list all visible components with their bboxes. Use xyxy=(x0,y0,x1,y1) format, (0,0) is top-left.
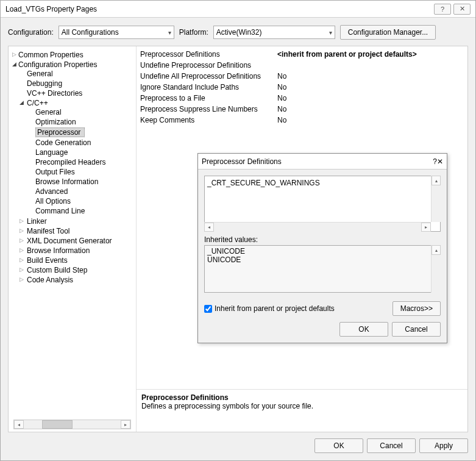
list-item[interactable]: UNICODE xyxy=(207,256,429,264)
tree-cpp-browse[interactable]: Browse Information xyxy=(27,177,136,187)
tree-vc-directories[interactable]: VC++ Directories xyxy=(18,88,136,98)
scroll-up-icon[interactable]: ▴ xyxy=(432,176,441,185)
apply-button[interactable]: Apply xyxy=(419,438,468,453)
configuration-label: Configuration: xyxy=(8,28,54,37)
window-title: Load_VTGs Property Pages xyxy=(5,5,432,13)
dialog-buttons: OK Cancel Apply xyxy=(8,438,468,453)
tree-ccpp[interactable]: C/C++ General Optimization Preprocessor … xyxy=(18,98,136,216)
ok-button[interactable]: OK xyxy=(314,438,363,453)
tree-cpp-output[interactable]: Output Files xyxy=(27,167,136,177)
close-icon[interactable]: ✕ xyxy=(437,157,443,166)
dialog-cancel-button[interactable]: Cancel xyxy=(392,322,441,337)
right-panel: Preprocessor Definitions<inherit from pa… xyxy=(137,46,467,432)
tree-cpp-codegen[interactable]: Code Generation xyxy=(27,138,136,148)
tree-general[interactable]: General xyxy=(18,69,136,79)
scroll-right-icon[interactable]: ▸ xyxy=(121,420,130,429)
help-icon[interactable]: ? xyxy=(433,157,437,166)
prop-value[interactable]: No xyxy=(277,94,286,102)
vscroll[interactable]: ▴ xyxy=(431,245,441,293)
tree-cpp-language[interactable]: Language xyxy=(27,148,136,157)
property-grid[interactable]: Preprocessor Definitions<inherit from pa… xyxy=(137,46,467,389)
vscroll[interactable]: ▴ xyxy=(431,176,441,222)
prop-value[interactable]: <inherit from parent or project defaults… xyxy=(277,50,417,59)
tree-build-events[interactable]: Build Events xyxy=(18,256,136,265)
tree-linker[interactable]: Linker xyxy=(18,216,136,226)
prop-value[interactable]: No xyxy=(277,105,286,113)
cancel-button[interactable]: Cancel xyxy=(367,438,416,453)
inherited-values-listbox[interactable]: _UNICODE UNICODE xyxy=(204,245,441,293)
macros-button[interactable]: Macros>> xyxy=(393,301,441,316)
tree-cpp-optimization[interactable]: Optimization xyxy=(27,117,136,127)
property-pages-window: Load_VTGs Property Pages ? ✕ Configurati… xyxy=(0,0,476,461)
dialog-ok-button[interactable]: OK xyxy=(339,322,388,337)
hscroll[interactable]: ◂▸ xyxy=(204,222,431,232)
prop-name: Preprocessor Definitions xyxy=(140,50,277,59)
tree-hscroll[interactable]: ◂ ▸ xyxy=(13,420,131,429)
scroll-left-icon[interactable]: ◂ xyxy=(204,223,214,232)
tree-cpp-alloptions[interactable]: All Options xyxy=(27,196,136,206)
tree-cpp-general[interactable]: General xyxy=(27,107,136,117)
prop-name: Keep Comments xyxy=(140,116,277,124)
tree-xml-doc[interactable]: XML Document Generator xyxy=(18,236,136,246)
help-heading: Preprocessor Definitions xyxy=(141,393,463,402)
prop-value[interactable]: No xyxy=(277,72,286,80)
tree-browse-info[interactable]: Browse Information xyxy=(18,246,136,256)
prop-name: Preprocess Suppress Line Numbers xyxy=(140,105,277,113)
prop-name: Undefine Preprocessor Definitions xyxy=(140,61,277,70)
scroll-right-icon[interactable]: ▸ xyxy=(421,223,431,232)
titlebar: Load_VTGs Property Pages ? ✕ xyxy=(1,1,475,18)
tree-custom-build[interactable]: Custom Build Step xyxy=(18,265,136,275)
tree-cpp-advanced[interactable]: Advanced xyxy=(27,187,136,196)
configuration-manager-button[interactable]: Configuration Manager... xyxy=(340,25,436,40)
list-item[interactable]: _UNICODE xyxy=(207,247,429,256)
platform-combo[interactable]: Active(Win32) xyxy=(213,26,335,39)
tree-debugging[interactable]: Debugging xyxy=(18,79,136,88)
tree-cpp-commandline[interactable]: Command Line xyxy=(27,206,136,216)
help-icon[interactable]: ? xyxy=(434,4,451,15)
close-icon[interactable]: ✕ xyxy=(453,4,471,15)
tree-common-properties[interactable]: Common Properties xyxy=(11,50,136,60)
main-panel: Common Properties Configuration Properti… xyxy=(8,46,468,432)
tree-cpp-pch[interactable]: Precompiled Headers xyxy=(27,157,136,167)
config-row: Configuration: All Configurations Platfo… xyxy=(8,25,468,40)
prop-name: Ignore Standard Include Paths xyxy=(140,83,277,91)
prop-value[interactable]: No xyxy=(277,83,286,91)
scroll-up-icon[interactable]: ▴ xyxy=(432,245,441,255)
tree-view[interactable]: Common Properties Configuration Properti… xyxy=(9,46,137,432)
inherit-checkbox[interactable] xyxy=(204,305,212,313)
tree-configuration-properties[interactable]: Configuration Properties General Debuggi… xyxy=(11,60,136,285)
dialog-title: Preprocessor Definitions xyxy=(202,157,433,166)
inherit-label: Inherit from parent or project defaults xyxy=(215,304,335,313)
prop-name: Preprocess to a File xyxy=(140,94,277,102)
scroll-thumb[interactable] xyxy=(42,420,73,429)
preprocessor-definitions-dialog: Preprocessor Definitions ? ✕ ▴ ◂▸ Inheri… xyxy=(197,153,447,343)
prop-name: Undefine All Preprocessor Definitions xyxy=(140,72,277,80)
configuration-combo[interactable]: All Configurations xyxy=(59,26,174,39)
scroll-left-icon[interactable]: ◂ xyxy=(14,420,24,429)
dialog-titlebar: Preprocessor Definitions ? ✕ xyxy=(198,154,447,170)
help-text: Defines a preprocessing symbols for your… xyxy=(141,402,463,410)
tree-manifest[interactable]: Manifest Tool xyxy=(18,226,136,236)
help-box: Preprocessor Definitions Defines a prepr… xyxy=(137,389,467,432)
tree-cpp-preprocessor[interactable]: Preprocessor xyxy=(27,127,136,138)
inherited-values-label: Inherited values: xyxy=(204,235,441,244)
tree-code-analysis[interactable]: Code Analysis xyxy=(18,275,136,285)
prop-value[interactable]: No xyxy=(277,116,286,124)
platform-label: Platform: xyxy=(179,28,208,37)
